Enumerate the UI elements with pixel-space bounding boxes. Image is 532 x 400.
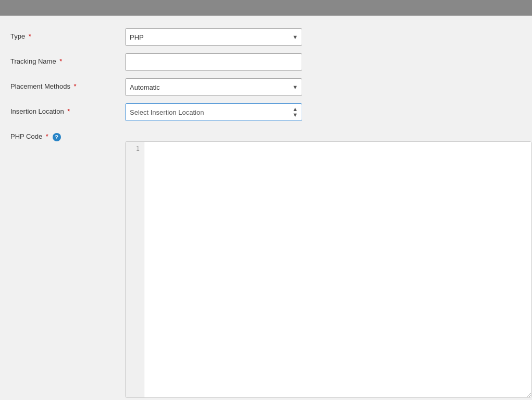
insertion-location-row: Insertion Location * Select Insertion Lo… (10, 103, 522, 121)
php-code-row: PHP Code * ? (10, 128, 522, 141)
placement-methods-required: * (74, 82, 77, 90)
insertion-location-select[interactable]: Select Insertion Location (125, 103, 302, 121)
tracking-name-label: Tracking Name * (10, 53, 125, 65)
php-code-textarea[interactable] (144, 142, 531, 397)
type-field: PHP HTML JavaScript ▼ (125, 28, 522, 46)
type-label-text: Type (10, 32, 25, 40)
tracking-name-input[interactable] (125, 53, 302, 71)
php-code-required: * (46, 132, 48, 140)
insertion-location-field: Select Insertion Location ▲ ▼ (125, 103, 522, 121)
placement-methods-select[interactable]: Automatic Manual Shortcode (125, 78, 302, 96)
php-code-label: PHP Code * ? (10, 128, 125, 141)
type-required: * (29, 32, 31, 40)
placement-methods-label: Placement Methods * (10, 78, 125, 90)
php-code-help-icon[interactable]: ? (53, 133, 61, 141)
tracking-name-required: * (59, 57, 62, 65)
placement-select-wrapper: Automatic Manual Shortcode ▼ (125, 78, 302, 96)
line-number-1: 1 (130, 145, 140, 152)
tracking-name-field (125, 53, 522, 71)
line-numbers: 1 (126, 142, 144, 397)
placement-methods-row: Placement Methods * Automatic Manual Sho… (10, 78, 522, 96)
tracking-name-row: Tracking Name * (10, 53, 522, 71)
top-bar (0, 0, 532, 16)
type-select[interactable]: PHP HTML JavaScript (125, 28, 302, 46)
insertion-select-wrapper: Select Insertion Location ▲ ▼ (125, 103, 302, 121)
type-label: Type * (10, 28, 125, 40)
type-row: Type * PHP HTML JavaScript ▼ (10, 28, 522, 46)
insertion-location-required: * (67, 107, 70, 115)
php-code-label-text: PHP Code (10, 132, 42, 140)
placement-methods-field: Automatic Manual Shortcode ▼ (125, 78, 522, 96)
insertion-location-label: Insertion Location * (10, 103, 125, 115)
code-editor-area: 1 (125, 141, 531, 398)
tracking-name-label-text: Tracking Name (10, 57, 56, 65)
insertion-location-label-text: Insertion Location (10, 107, 64, 115)
placement-methods-label-text: Placement Methods (10, 82, 70, 90)
content-area: Type * PHP HTML JavaScript ▼ Tracking Na… (0, 16, 532, 400)
type-select-wrapper: PHP HTML JavaScript ▼ (125, 28, 302, 46)
code-editor-outer: 1 (125, 141, 531, 398)
